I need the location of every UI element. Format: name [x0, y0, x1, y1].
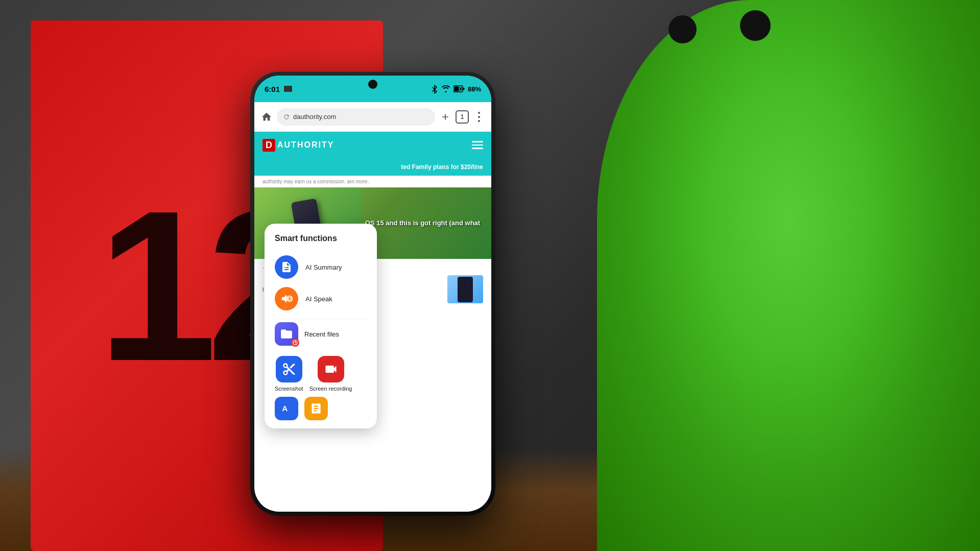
hamburger-line-1 [472, 141, 483, 142]
folder-icon [280, 327, 293, 341]
mascot-eye-right [740, 10, 771, 41]
svg-point-7 [478, 120, 480, 122]
ai-summary-label: AI Summary [305, 263, 342, 271]
phone-device: 6:01 [250, 71, 495, 516]
commission-notice: authority may earn us a commission. arn … [254, 176, 491, 187]
home-button[interactable] [259, 110, 274, 124]
menu-title: Smart functions [275, 234, 367, 243]
url-bar[interactable]: dauthority.com [277, 108, 435, 126]
battery-warning-icon [453, 85, 465, 92]
scissors-icon [282, 362, 296, 376]
svg-rect-1 [454, 87, 459, 91]
banner-text: ted Family plans for $20/line [401, 163, 483, 171]
url-text: dauthority.com [293, 113, 336, 121]
video-camera-icon [324, 362, 338, 376]
speaker-icon [280, 293, 293, 305]
commission-text: authority may earn us a commission. arn … [262, 179, 369, 184]
home-icon [261, 111, 272, 123]
site-banner: ted Family plans for $20/line [254, 158, 491, 176]
site-header: D AUTHORITY [254, 132, 491, 158]
status-right-icons: 88% [431, 84, 481, 93]
screen-recording-icon [318, 356, 344, 382]
second-article-thumbnail [447, 275, 483, 303]
recent-badge [291, 339, 299, 347]
svg-text:A: A [285, 267, 286, 269]
bottom-items-row: Screenshot Screen recording [275, 356, 367, 392]
ai-speak-icon [275, 287, 298, 310]
ai-summary-item[interactable]: A AI Summary [275, 251, 367, 283]
svg-point-5 [478, 112, 480, 114]
kebab-menu-icon [478, 112, 480, 122]
notes-svg-icon [309, 402, 323, 415]
screen-recording-item[interactable]: Screen recording [309, 356, 352, 392]
notes-icon [304, 397, 328, 420]
phone-screen: 6:01 [254, 76, 491, 512]
translate-svg-icon: A [280, 402, 293, 415]
translate-icon: A [275, 397, 298, 420]
more-options-button[interactable] [472, 110, 486, 124]
ai-speak-item[interactable]: AI Speak [275, 283, 367, 315]
browser-actions: 1 [438, 110, 486, 124]
screenshot-item[interactable]: Screenshot [275, 356, 303, 392]
plus-icon [440, 112, 450, 122]
document-text-icon: A [280, 261, 293, 273]
screen-recording-label: Screen recording [309, 386, 352, 392]
svg-text:A: A [282, 404, 288, 413]
article-headline: OS 15 and this is got right (and what [361, 214, 484, 232]
battery-percent: 88% [468, 85, 481, 93]
green-mascot [597, 0, 980, 551]
site-logo: D AUTHORITY [262, 139, 334, 152]
hamburger-line-3 [472, 148, 483, 149]
translate-item[interactable]: A [275, 397, 298, 420]
notes-item[interactable] [304, 397, 328, 420]
thumbnail-phone [458, 277, 473, 302]
extra-items-row: A [275, 397, 367, 420]
camera-notch [368, 80, 377, 89]
svg-point-6 [478, 116, 480, 118]
phone-inner: 6:01 [254, 76, 491, 512]
screenshot-icon [276, 356, 302, 382]
tab-count: 1 [461, 113, 464, 121]
mascot-eye-left [668, 15, 697, 43]
smart-functions-menu: Smart functions A AI Summary [265, 224, 377, 428]
hamburger-line-2 [472, 145, 483, 146]
bluetooth-icon [431, 84, 438, 93]
logo-d: D [262, 139, 275, 152]
new-tab-button[interactable] [438, 110, 452, 124]
browser-chrome: dauthority.com 1 [254, 102, 491, 132]
screenshot-label: Screenshot [275, 386, 303, 392]
recent-files-item[interactable]: Recent files [275, 319, 367, 349]
ai-summary-icon: A [275, 255, 298, 279]
recent-files-label: Recent files [304, 330, 339, 338]
recent-files-icon [275, 322, 298, 346]
refresh-icon [283, 113, 290, 121]
status-time: 6:01 [265, 85, 280, 93]
ai-speak-label: AI Speak [305, 295, 332, 303]
wifi-icon [441, 85, 450, 92]
clock-icon [293, 340, 298, 345]
logo-authority: AUTHORITY [277, 140, 334, 150]
hamburger-menu[interactable] [472, 141, 483, 149]
tab-count-button[interactable]: 1 [456, 110, 469, 124]
pip-icon [284, 86, 292, 92]
article-text-overlay: OS 15 and this is got right (and what [361, 187, 491, 259]
svg-rect-4 [463, 88, 464, 90]
